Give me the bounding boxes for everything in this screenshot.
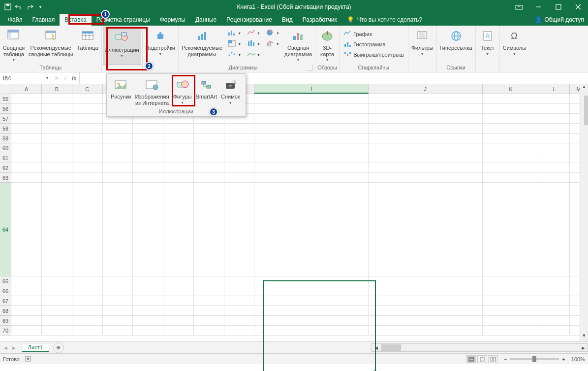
recommended-charts-button[interactable]: Рекомендуемые диаграммы: [180, 27, 224, 58]
cell[interactable]: [539, 296, 570, 306]
enter-icon[interactable]: ✓: [63, 75, 68, 82]
cell[interactable]: [369, 104, 483, 114]
vertical-scrollbar[interactable]: ▲ ▼: [580, 84, 588, 341]
cell[interactable]: [133, 306, 163, 316]
online-pictures-button[interactable]: Изображения из Интернета: [133, 75, 171, 107]
cell[interactable]: [42, 286, 72, 296]
pie-chart-icon[interactable]: [266, 29, 275, 37]
cell[interactable]: [224, 143, 255, 153]
cell[interactable]: [42, 276, 72, 286]
cell[interactable]: [194, 173, 224, 183]
column-header[interactable]: K: [483, 84, 540, 94]
cell[interactable]: [42, 326, 72, 336]
cell[interactable]: [539, 163, 570, 173]
cell[interactable]: [369, 163, 483, 173]
text-button[interactable]: A Текст ▼: [477, 27, 498, 57]
zoom-slider-knob[interactable]: [532, 356, 536, 362]
zoom-slider[interactable]: [510, 358, 559, 360]
cell[interactable]: [163, 276, 194, 286]
row-header[interactable]: 68: [0, 306, 11, 316]
cell[interactable]: [254, 163, 369, 173]
cell[interactable]: [224, 286, 255, 296]
sparkline-winloss-button[interactable]: Выигрыш/проигрыш: [342, 49, 405, 60]
cell[interactable]: [483, 114, 540, 124]
cell[interactable]: [133, 153, 163, 163]
cell[interactable]: [11, 153, 42, 163]
horizontal-scrollbar[interactable]: ◄ ►: [371, 343, 588, 352]
cell[interactable]: [539, 326, 570, 336]
cell[interactable]: [42, 104, 72, 114]
cell[interactable]: [133, 316, 163, 326]
cell[interactable]: [194, 163, 224, 173]
cell[interactable]: [163, 316, 194, 326]
cell[interactable]: [133, 183, 163, 276]
pivot-chart-button[interactable]: Сводная диаграмма ▼: [282, 27, 314, 63]
cell[interactable]: [539, 173, 570, 183]
fx-icon[interactable]: fx: [72, 75, 76, 82]
scroll-right-icon[interactable]: ►: [579, 345, 588, 351]
page-layout-view-button[interactable]: [477, 355, 487, 363]
cell[interactable]: [224, 296, 255, 306]
cell[interactable]: [369, 296, 483, 306]
cell[interactable]: [11, 286, 42, 296]
row-header[interactable]: 66: [0, 286, 11, 296]
cell[interactable]: [369, 124, 483, 134]
cell[interactable]: [103, 124, 133, 134]
cell[interactable]: [163, 183, 194, 276]
cell[interactable]: [194, 134, 224, 143]
cell[interactable]: [539, 114, 570, 124]
cell[interactable]: [369, 306, 483, 316]
recommended-pivot-button[interactable]: Рекомендуемые сводные таблицы: [27, 27, 75, 58]
cell[interactable]: [483, 286, 540, 296]
sheet-nav-next-icon[interactable]: ►: [11, 345, 20, 351]
cell[interactable]: [103, 326, 133, 336]
cell[interactable]: [539, 306, 570, 316]
cell[interactable]: [72, 143, 103, 153]
cell[interactable]: [42, 134, 72, 143]
cell[interactable]: [11, 94, 42, 104]
cell[interactable]: [224, 183, 255, 276]
cell[interactable]: [163, 153, 194, 163]
cell[interactable]: [133, 173, 163, 183]
cell[interactable]: [42, 94, 72, 104]
cell[interactable]: [11, 114, 42, 124]
cell[interactable]: [11, 296, 42, 306]
cell[interactable]: [72, 114, 103, 124]
cell[interactable]: [103, 143, 133, 153]
cell[interactable]: [103, 173, 133, 183]
cell[interactable]: [42, 124, 72, 134]
cell[interactable]: [483, 326, 540, 336]
smartart-button[interactable]: SmartArt: [194, 75, 219, 107]
cell[interactable]: [72, 173, 103, 183]
cell[interactable]: [254, 124, 369, 134]
row-header[interactable]: 63: [0, 173, 11, 183]
cell[interactable]: [224, 316, 255, 326]
cell[interactable]: [539, 153, 570, 163]
cell[interactable]: [194, 143, 224, 153]
illustrations-button[interactable]: Иллюстрации ▼: [103, 27, 141, 65]
cell[interactable]: [42, 114, 72, 124]
maximize-button[interactable]: [549, 0, 568, 14]
minimize-button[interactable]: [529, 0, 549, 14]
addins-button[interactable]: Надстройки ▼: [144, 27, 177, 57]
scroll-down-icon[interactable]: ▼: [582, 333, 587, 341]
cell[interactable]: [483, 134, 540, 143]
tab-home[interactable]: Главная: [28, 14, 60, 26]
column-header[interactable]: L: [539, 84, 570, 94]
cell[interactable]: [539, 134, 570, 143]
cell[interactable]: [42, 316, 72, 326]
tab-data[interactable]: Данные: [190, 14, 221, 26]
cell[interactable]: [103, 163, 133, 173]
combo-chart-icon[interactable]: [266, 39, 275, 48]
shapes-button[interactable]: Фигуры ▼: [171, 75, 194, 107]
cell[interactable]: [254, 104, 369, 114]
cell[interactable]: [103, 296, 133, 306]
cell[interactable]: [133, 124, 163, 134]
screenshot-button[interactable]: + Снимок ▼: [219, 75, 242, 107]
cell[interactable]: [103, 183, 133, 276]
cell[interactable]: [254, 143, 369, 153]
symbols-button[interactable]: Ω Символы ▼: [501, 27, 528, 57]
cell[interactable]: [163, 306, 194, 316]
cell[interactable]: [163, 286, 194, 296]
cell[interactable]: [194, 286, 224, 296]
